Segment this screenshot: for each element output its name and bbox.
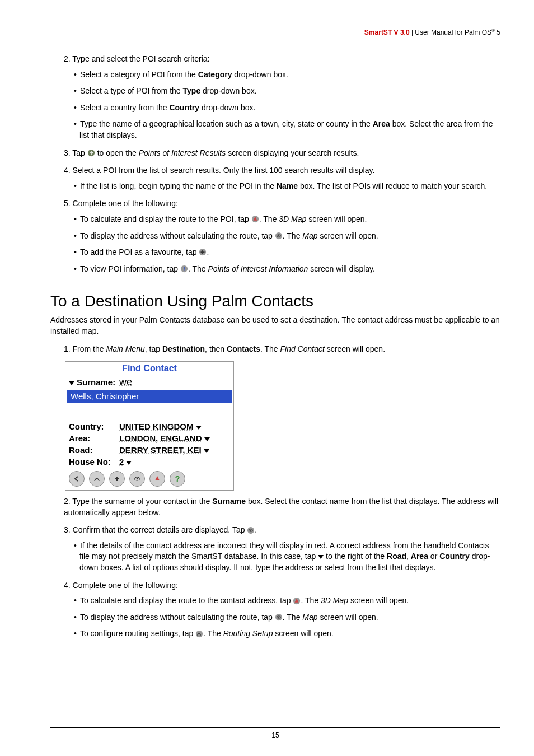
contacts-step-3-detail: If the details of the contact address ar… — [74, 540, 500, 573]
mock-house-label: House No: — [69, 457, 119, 466]
product-name: SmartST V 3.0 — [364, 29, 410, 36]
mock-house-value: 2 — [119, 457, 230, 466]
mock-go-icon — [149, 471, 165, 487]
step-4-hint: If the list is long, begin typing the na… — [74, 181, 500, 192]
mock-surname-value: we — [119, 376, 230, 388]
route-settings-icon — [195, 630, 203, 638]
mock-back-icon — [69, 471, 85, 487]
mock-result-item: Wells, Christopher — [67, 390, 232, 403]
step-5-map: To display the address without calculati… — [74, 231, 500, 242]
dropdown-arrow-icon — [318, 555, 324, 559]
contacts-intro: Addresses stored in your Palm Contacts d… — [50, 315, 500, 337]
eye-icon — [275, 613, 283, 621]
step-2: 2. Type and select the POI search criter… — [64, 54, 500, 141]
mock-surname-row: Surname: we — [65, 375, 233, 389]
mock-road-value: DERRY STREET, KEI — [119, 445, 230, 455]
route-icon — [251, 215, 259, 223]
contacts-step-4-route: To calculate and display the route to th… — [74, 595, 500, 606]
mock-road-label: Road: — [69, 445, 119, 455]
mock-country-row: Country: UNITED KINGDOM — [65, 421, 233, 432]
mock-help-icon: ? — [170, 471, 185, 487]
step-5: 5. Complete one of the following: To cal… — [64, 198, 500, 274]
step-5-favourite: To add the POI as a favourite, tap . — [74, 247, 500, 258]
mock-route-settings-icon — [89, 471, 105, 487]
contacts-step-2: 2. Type the surname of your contact in t… — [64, 496, 500, 518]
svg-point-9 — [137, 478, 138, 480]
step-4: 4. Select a POI from the list of search … — [64, 165, 500, 192]
mock-add-icon — [109, 471, 125, 487]
contacts-steps-2: 2. Type the surname of your contact in t… — [50, 496, 500, 640]
eye-icon — [247, 526, 255, 534]
page-number: 15 — [271, 731, 279, 739]
add-favourite-icon — [199, 248, 207, 256]
step-3: 3. Tap to open the Points of Interest Re… — [64, 148, 500, 159]
mock-area-label: Area: — [69, 433, 119, 443]
eye-icon — [275, 232, 283, 240]
page-footer: 15 — [50, 727, 500, 739]
step-2-area: Type the name of a geographical location… — [74, 119, 500, 141]
mock-blank-row — [67, 403, 232, 418]
step-5-info: To view POI information, tap i. The Poin… — [74, 264, 500, 275]
svg-point-4 — [278, 235, 279, 236]
mock-country-value: UNITED KINGDOM — [119, 422, 230, 431]
info-icon: i — [180, 265, 188, 273]
contacts-step-4-map: To display the address without calculati… — [74, 612, 500, 623]
mock-country-label: Country: — [69, 422, 119, 431]
step-2-country: Select a country from the Country drop-d… — [74, 102, 500, 114]
mock-area-row: Area: LONDON, ENGLAND — [65, 432, 233, 444]
mock-eye-icon — [129, 471, 145, 487]
contacts-step-4-settings: To configure routing settings, tap . The… — [74, 628, 500, 640]
contacts-steps: 1. From the Main Menu, tap Destination, … — [50, 344, 500, 355]
step-2-type: Select a type of POI from the Type drop-… — [74, 86, 500, 97]
step-2-category: Select a category of POI from the Catego… — [74, 69, 500, 81]
svg-text:i: i — [184, 266, 185, 272]
svg-point-12 — [250, 530, 251, 531]
mock-area-value: LONDON, ENGLAND — [119, 433, 230, 443]
go-arrow-icon — [87, 149, 95, 157]
poi-steps-continued: 2. Type and select the POI search criter… — [50, 54, 500, 274]
page-header: SmartST V 3.0 | User Manual for Palm OS®… — [50, 28, 500, 39]
step-5-route: To calculate and display the route to th… — [74, 214, 500, 225]
mock-house-row: House No: 2 — [65, 456, 233, 468]
route-icon — [293, 597, 301, 605]
mock-title: Find Contact — [65, 362, 233, 375]
contacts-step-3: 3. Confirm that the correct details are … — [64, 525, 500, 573]
mock-surname-label: Surname: — [69, 377, 119, 387]
section-heading-contacts: To a Destination Using Palm Contacts — [50, 292, 500, 310]
find-contact-screenshot: Find Contact Surname: we Wells, Christop… — [65, 361, 234, 491]
contacts-step-4: 4. Complete one of the following: To cal… — [64, 580, 500, 640]
contacts-step-1: 1. From the Main Menu, tap Destination, … — [64, 344, 500, 355]
svg-point-16 — [278, 617, 279, 618]
mock-toolbar: ? — [65, 468, 233, 490]
mock-road-row: Road: DERRY STREET, KEI — [65, 444, 233, 456]
